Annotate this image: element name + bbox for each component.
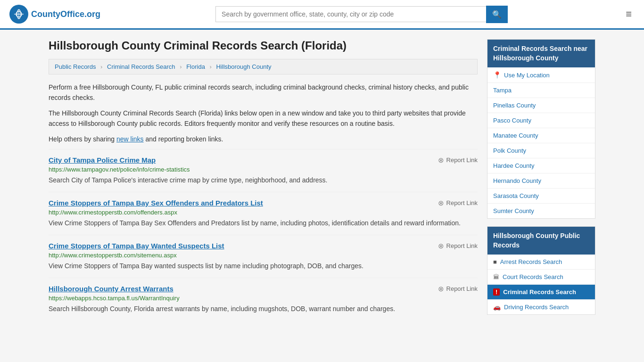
- sidebar-nearby-link-5[interactable]: Hardee County: [493, 162, 534, 169]
- link-url-0[interactable]: https://www.tampagov.net/police/info/cri…: [49, 166, 478, 173]
- report-icon-1: ⊗: [438, 199, 444, 207]
- report-link-button-2[interactable]: ⊗ Report Link: [438, 242, 478, 250]
- search-button[interactable]: 🔍: [486, 6, 508, 23]
- sidebar-nearby-item[interactable]: Polk County: [487, 143, 595, 158]
- sidebar-nearby-item[interactable]: Hernando County: [487, 173, 595, 189]
- content-area: Hillsborough County Criminal Records Sea…: [49, 39, 478, 322]
- nearby-list: TampaPinellas CountyPasco CountyManatee …: [487, 83, 595, 218]
- use-location-link[interactable]: Use My Location: [504, 72, 550, 79]
- sidebar-public-records-item[interactable]: 🚗 Driving Records Search: [487, 300, 595, 314]
- header: CountyOffice.org 🔍 ≡: [0, 0, 644, 30]
- sidebar-nearby-item[interactable]: Hardee County: [487, 158, 595, 173]
- link-item-header: Crime Stoppers of Tampa Bay Sex Offender…: [49, 199, 478, 207]
- logo-icon: [9, 5, 28, 24]
- description-1: Perform a free Hillsborough County, FL p…: [49, 82, 478, 103]
- sidebar: Criminal Records Search near Hillsboroug…: [487, 39, 595, 322]
- report-icon-3: ⊗: [438, 285, 444, 293]
- link-desc-0: Search City of Tampa Police's interactiv…: [49, 175, 478, 185]
- criminal-icon: !: [493, 288, 500, 296]
- sidebar-nearby-link-2[interactable]: Pasco County: [493, 117, 531, 124]
- sidebar-nearby-item[interactable]: Sarasota County: [487, 189, 595, 204]
- link-url-2[interactable]: http://www.crimestopperstb.com/sitemenu.…: [49, 252, 478, 259]
- link-desc-1: View Crime Stoppers of Tampa Bay Sex Off…: [49, 218, 478, 228]
- public-records-list: ■ Arrest Records Search 🏛 Court Records …: [487, 255, 595, 314]
- search-input[interactable]: [215, 6, 486, 22]
- sidebar-pr-link-1[interactable]: Court Records Search: [503, 273, 563, 280]
- link-list: City of Tampa Police Crime Map ⊗ Report …: [49, 149, 478, 321]
- description-2: The Hillsborough County Criminal Records…: [49, 108, 478, 129]
- link-desc-2: View Crime Stoppers of Tampa Bay wanted …: [49, 261, 478, 271]
- sidebar-nearby-item[interactable]: Sumter County: [487, 204, 595, 218]
- link-item: Crime Stoppers of Tampa Bay Sex Offender…: [49, 192, 478, 235]
- new-links-link[interactable]: new links: [116, 135, 144, 143]
- sidebar-nearby-item[interactable]: Pinellas County: [487, 98, 595, 113]
- report-link-button-0[interactable]: ⊗ Report Link: [438, 156, 478, 165]
- report-link-button-1[interactable]: ⊗ Report Link: [438, 199, 478, 207]
- link-title-1[interactable]: Crime Stoppers of Tampa Bay Sex Offender…: [49, 199, 263, 207]
- court-icon: 🏛: [493, 273, 499, 280]
- arrest-icon: ■: [493, 258, 497, 265]
- report-link-button-3[interactable]: ⊗ Report Link: [438, 285, 478, 293]
- sidebar-nearby-title: Criminal Records Search near Hillsboroug…: [487, 40, 595, 67]
- sidebar-nearby-link-7[interactable]: Sarasota County: [493, 192, 539, 199]
- sidebar-public-records-item[interactable]: 🏛 Court Records Search: [487, 270, 595, 285]
- link-item: City of Tampa Police Crime Map ⊗ Report …: [49, 149, 478, 192]
- search-area: 🔍: [215, 6, 508, 23]
- link-title-0[interactable]: City of Tampa Police Crime Map: [49, 156, 156, 164]
- sidebar-nearby-section: Criminal Records Search near Hillsboroug…: [487, 39, 595, 219]
- sidebar-public-records-title: Hillsborough County Public Records: [487, 227, 595, 255]
- sidebar-nearby-link-0[interactable]: Tampa: [493, 87, 512, 94]
- link-desc-3: Search Hillsborough County, Florida arre…: [49, 304, 478, 314]
- link-url-1[interactable]: http://www.crimestopperstb.com/offenders…: [49, 209, 478, 216]
- link-item-header: Crime Stoppers of Tampa Bay Wanted Suspe…: [49, 242, 478, 250]
- breadcrumb-florida[interactable]: Florida: [186, 63, 205, 70]
- sidebar-pr-link-0[interactable]: Arrest Records Search: [500, 258, 562, 265]
- link-title-3[interactable]: Hillsborough County Arrest Warrants: [49, 285, 173, 293]
- location-icon: 📍: [493, 71, 501, 79]
- sidebar-public-records-section: Hillsborough County Public Records ■ Arr…: [487, 226, 595, 315]
- use-my-location[interactable]: 📍 Use My Location: [487, 67, 595, 83]
- sidebar-nearby-link-4[interactable]: Polk County: [493, 147, 526, 154]
- breadcrumb-criminal-records-search[interactable]: Criminal Records Search: [107, 63, 175, 70]
- breadcrumb-hillsborough-county[interactable]: Hillsborough County: [216, 63, 271, 70]
- logo-text: CountyOffice.org: [31, 9, 100, 19]
- sidebar-public-records-item[interactable]: ! Criminal Records Search: [487, 285, 595, 300]
- sidebar-nearby-link-1[interactable]: Pinellas County: [493, 102, 536, 109]
- main-container: Hillsborough County Criminal Records Sea…: [39, 30, 605, 332]
- logo[interactable]: CountyOffice.org: [9, 5, 100, 24]
- link-title-2[interactable]: Crime Stoppers of Tampa Bay Wanted Suspe…: [49, 242, 224, 250]
- sidebar-nearby-item[interactable]: Manatee County: [487, 128, 595, 143]
- link-item: Crime Stoppers of Tampa Bay Wanted Suspe…: [49, 235, 478, 278]
- sidebar-nearby-link-8[interactable]: Sumter County: [493, 207, 534, 214]
- sidebar-public-records-item[interactable]: ■ Arrest Records Search: [487, 255, 595, 270]
- description-3: Help others by sharing new links and rep…: [49, 134, 478, 144]
- page-title: Hillsborough County Criminal Records Sea…: [49, 39, 478, 52]
- link-item: Hillsborough County Arrest Warrants ⊗ Re…: [49, 278, 478, 321]
- breadcrumb-public-records[interactable]: Public Records: [55, 63, 96, 70]
- sidebar-pr-link-3[interactable]: Driving Records Search: [504, 304, 569, 311]
- report-icon-2: ⊗: [438, 242, 444, 250]
- breadcrumb: Public Records › Criminal Records Search…: [49, 59, 478, 74]
- link-item-header: Hillsborough County Arrest Warrants ⊗ Re…: [49, 285, 478, 293]
- sidebar-nearby-link-6[interactable]: Hernando County: [493, 177, 541, 184]
- link-item-header: City of Tampa Police Crime Map ⊗ Report …: [49, 156, 478, 165]
- hamburger-button[interactable]: ≡: [623, 5, 635, 23]
- sidebar-nearby-link-3[interactable]: Manatee County: [493, 132, 538, 139]
- sidebar-pr-link-2[interactable]: Criminal Records Search: [503, 288, 576, 296]
- link-url-3[interactable]: https://webapps.hcso.tampa.fl.us/Warrant…: [49, 295, 478, 302]
- driving-icon: 🚗: [493, 304, 501, 311]
- sidebar-nearby-item[interactable]: Pasco County: [487, 113, 595, 128]
- sidebar-nearby-item[interactable]: Tampa: [487, 83, 595, 98]
- report-icon-0: ⊗: [438, 156, 444, 165]
